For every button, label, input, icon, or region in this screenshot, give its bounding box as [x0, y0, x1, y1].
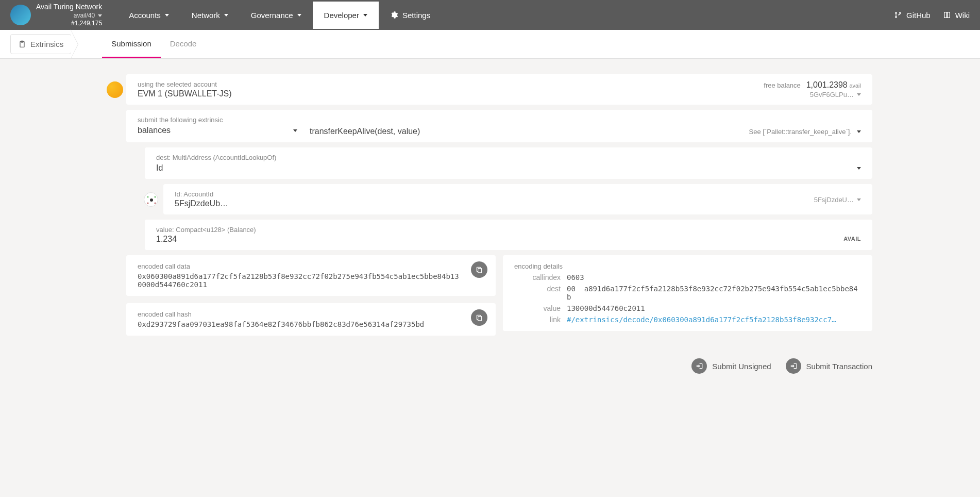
chevron-down-icon: [857, 167, 861, 170]
dest-label: dest: MultiAddress (AccountIdLookupOf): [156, 154, 861, 161]
call-data-hex: 0x060300a891d6a177f2cf5fa2128b53f8e932cc…: [138, 272, 484, 289]
call-data-label: encoded call data: [138, 262, 484, 270]
call-hint: See [`Pallet::transfer_keep_alive`].: [749, 128, 852, 136]
call-select[interactable]: transferKeepAlive(dest, value) See [`Pal…: [310, 127, 861, 136]
main-nav: Accounts Network Governance Developer Se…: [117, 2, 442, 29]
logo: [10, 5, 31, 25]
svg-point-1: [895, 16, 897, 18]
chevron-down-icon: [857, 130, 861, 133]
nav-network[interactable]: Network: [180, 2, 240, 29]
account-name: EVM 1 (SUBWALLET-JS): [138, 89, 232, 98]
top-bar: Avail Turing Network avail/40 #1,249,175…: [0, 0, 980, 30]
callindex-label: callindex: [514, 273, 561, 281]
svg-point-0: [895, 12, 897, 14]
account-address-short: 5GvF6GLPu…: [810, 91, 854, 98]
chevron-down-icon: [293, 129, 297, 132]
link-key: link: [514, 316, 561, 324]
encoded-call-data-card: encoded call data 0x060300a891d6a177f2cf…: [126, 255, 496, 296]
chain-spec: avail/40: [74, 12, 95, 20]
svg-point-8: [147, 202, 149, 204]
value-hex: 130000d544760c2011: [567, 304, 861, 312]
value-input[interactable]: 1.234: [156, 235, 177, 244]
dest-type: Id: [156, 163, 163, 173]
dest-key: dest: [514, 285, 561, 293]
callindex-value: 0603: [567, 273, 861, 281]
tab-submission[interactable]: Submission: [102, 30, 161, 58]
chevron-down-icon: [363, 14, 367, 16]
value-unit: AVAIL: [843, 236, 861, 242]
svg-point-7: [155, 196, 156, 197]
nav-developer[interactable]: Developer: [313, 2, 379, 29]
network-name: Avail Turing Network: [36, 2, 102, 11]
call-hash-label: encoded call hash: [138, 310, 484, 318]
svg-point-9: [155, 202, 156, 204]
dest-identicon: [144, 192, 158, 207]
encoded-call-hash-card: encoded call hash 0xd293729faa097031ea98…: [126, 303, 496, 336]
dest-id-label: Id: AccountId: [175, 190, 228, 198]
copy-call-hash-button[interactable]: [471, 309, 487, 326]
submit-unsigned-button[interactable]: Submit Unsigned: [691, 358, 771, 374]
call-hash-hex: 0xd293729faa097031ea98faf5364e82f34676bb…: [138, 320, 484, 328]
details-title: encoding details: [514, 262, 861, 270]
network-info[interactable]: Avail Turing Network avail/40 #1,249,175: [36, 2, 102, 27]
svg-point-5: [150, 198, 153, 202]
content: using the selected account EVM 1 (SUBWAL…: [98, 59, 882, 389]
submit-transaction-button[interactable]: Submit Transaction: [786, 358, 872, 374]
github-link[interactable]: GitHub: [894, 11, 931, 20]
account-selector[interactable]: using the selected account EVM 1 (SUBWAL…: [126, 74, 872, 105]
svg-rect-11: [478, 269, 482, 273]
breadcrumb[interactable]: Extrinsics: [10, 34, 71, 54]
nav-accounts[interactable]: Accounts: [117, 2, 180, 29]
action-bar: Submit Unsigned Submit Transaction: [108, 358, 872, 374]
chevron-down-icon: [165, 14, 169, 16]
dest-address-short: 5FsjDzdeU…: [814, 196, 854, 204]
clipboard-icon: [18, 40, 26, 48]
value-input-card: value: Compact<u128> (Balance) 1.234 AVA…: [145, 220, 872, 250]
chevron-down-icon: [857, 198, 861, 201]
decode-link[interactable]: #/extrinsics/decode/0x060300a891d6a177f2…: [567, 316, 836, 324]
submit-icon: [691, 358, 707, 374]
block-number: #1,249,175: [71, 20, 102, 28]
gear-icon: [390, 11, 398, 19]
account-identicon: [107, 81, 123, 98]
balance-value: 1,001.2398: [806, 80, 848, 89]
value-label: value: Compact<u128> (Balance): [156, 226, 861, 234]
balance-label: free balance: [764, 81, 801, 89]
module-select[interactable]: balances: [138, 126, 297, 135]
nav-settings[interactable]: Settings: [379, 2, 442, 29]
tabs: Submission Decode: [102, 30, 206, 58]
sub-nav: Extrinsics Submission Decode: [0, 30, 980, 59]
submit-icon: [786, 358, 801, 374]
svg-point-2: [900, 12, 901, 14]
chevron-down-icon: [224, 14, 228, 16]
breadcrumb-label: Extrinsics: [30, 40, 63, 48]
nav-governance[interactable]: Governance: [240, 2, 313, 29]
svg-point-6: [147, 196, 149, 197]
chevron-down-icon: [857, 93, 861, 96]
copy-icon: [476, 266, 483, 273]
chevron-down-icon: [297, 14, 301, 16]
copy-call-data-button[interactable]: [471, 261, 487, 278]
tab-decode[interactable]: Decode: [161, 30, 206, 58]
value-key: value: [514, 304, 561, 312]
extrinsic-selector: submit the following extrinsic balances …: [126, 110, 872, 142]
dest-type-selector[interactable]: dest: MultiAddress (AccountIdLookupOf) I…: [145, 147, 872, 179]
dest-account-selector[interactable]: Id: AccountId 5FsjDzdeUb… 5FsjDzdeU…: [163, 184, 872, 214]
svg-rect-13: [478, 317, 482, 321]
book-icon: [943, 11, 951, 19]
copy-icon: [476, 314, 483, 321]
extrinsic-label: submit the following extrinsic: [138, 116, 297, 124]
dest-id-value: 5FsjDzdeUb…: [175, 199, 228, 208]
top-bar-right: GitHub Wiki: [894, 11, 970, 20]
balance-unit: avail: [849, 82, 861, 89]
encoding-details-card: encoding details callindex 0603 dest 00 …: [503, 255, 872, 331]
git-branch-icon: [894, 11, 902, 19]
dest-hex: 00 a891d6a177f2cf5fa2128b53f8e932cc72f02…: [567, 285, 861, 301]
wiki-link[interactable]: Wiki: [943, 11, 970, 20]
account-label: using the selected account: [138, 80, 232, 88]
chevron-down-icon: [98, 14, 102, 17]
